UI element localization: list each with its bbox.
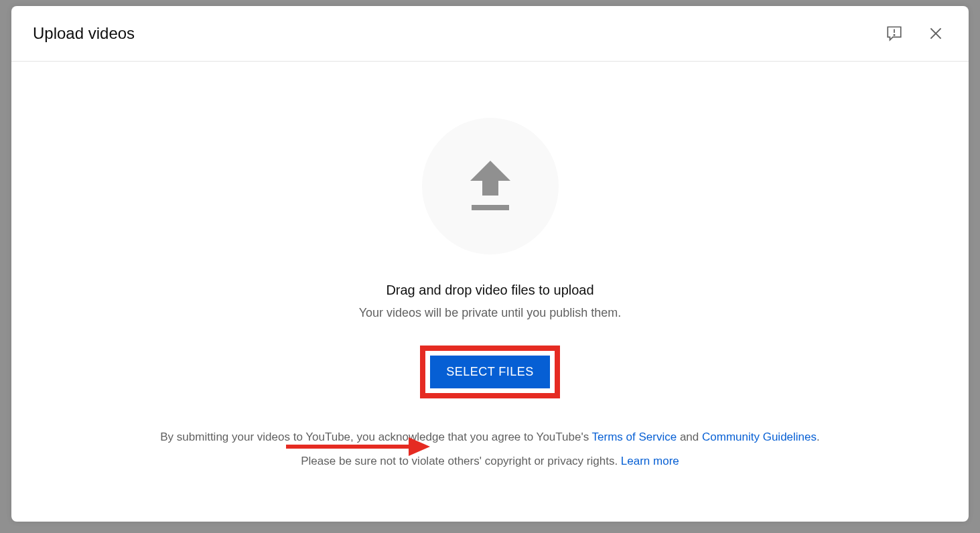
close-icon <box>927 25 944 42</box>
close-button[interactable] <box>924 22 947 45</box>
modal-title: Upload videos <box>33 24 135 43</box>
header-actions <box>883 22 947 45</box>
upload-drop-zone[interactable] <box>422 118 559 254</box>
footer-line1-prefix: By submitting your videos to YouTube, yo… <box>160 431 591 443</box>
annotation-highlight: SELECT FILES <box>420 346 560 398</box>
upload-videos-modal: Upload videos Drag <box>11 6 969 522</box>
upload-icon <box>469 161 512 212</box>
modal-header: Upload videos <box>11 6 969 62</box>
svg-marker-4 <box>470 161 510 196</box>
footer-line1-mid: and <box>677 431 702 443</box>
svg-point-1 <box>894 35 894 35</box>
svg-rect-5 <box>472 205 509 210</box>
terms-of-service-link[interactable]: Terms of Service <box>592 431 677 443</box>
privacy-note-text: Your videos will be private until you pu… <box>359 306 622 320</box>
select-files-button[interactable]: SELECT FILES <box>430 356 550 388</box>
learn-more-link[interactable]: Learn more <box>621 455 679 467</box>
footer-line2-prefix: Please be sure not to violate others' co… <box>301 455 621 467</box>
community-guidelines-link[interactable]: Community Guidelines <box>702 431 817 443</box>
footer-line1-suffix: . <box>817 431 820 443</box>
modal-body: Drag and drop video files to upload Your… <box>11 62 969 522</box>
footer-legal-text: By submitting your videos to YouTube, yo… <box>160 425 820 491</box>
feedback-icon <box>886 25 903 42</box>
drag-drop-text: Drag and drop video files to upload <box>386 283 593 298</box>
feedback-button[interactable] <box>883 22 906 45</box>
